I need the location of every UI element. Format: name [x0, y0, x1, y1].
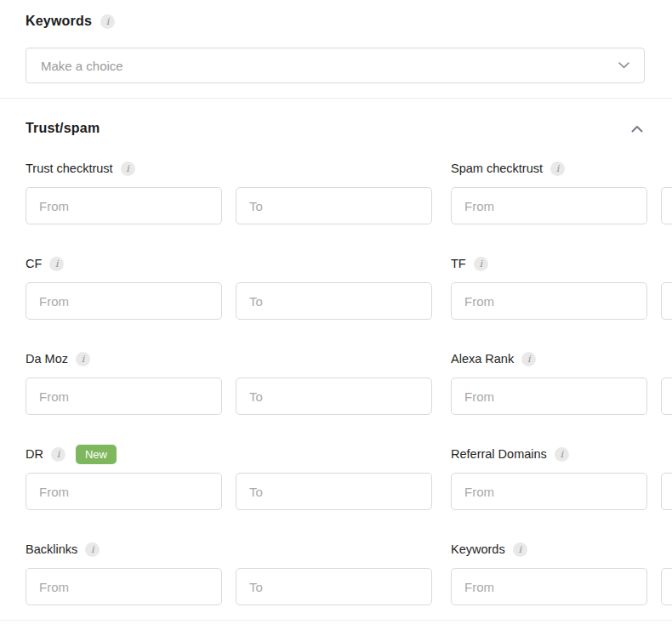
trust-spam-header: Trust/spam	[26, 121, 645, 136]
info-icon[interactable]: i	[85, 542, 100, 557]
info-icon[interactable]: i	[550, 162, 565, 176]
referral-domains-to-input[interactable]	[661, 473, 672, 510]
field-label: Trust checktrust	[26, 162, 113, 175]
keywords-title-row: Keywords i	[26, 0, 645, 29]
tf-from-input[interactable]	[451, 282, 647, 320]
info-icon[interactable]: i	[121, 162, 135, 176]
info-icon[interactable]: i	[49, 257, 64, 271]
field-label-row: Trust checktrust i	[26, 161, 432, 176]
chevron-up-icon	[631, 125, 643, 133]
filter-fields-grid: Trust checktrust i Spam checktrust i Uni…	[26, 161, 645, 605]
select-placeholder: Make a choice	[41, 59, 123, 73]
dr-to-input[interactable]	[236, 473, 432, 510]
field-label: Keywords	[451, 542, 505, 556]
info-icon[interactable]: i	[51, 447, 65, 462]
spam-checktrust-from-input[interactable]	[451, 187, 647, 224]
tf-to-input[interactable]	[661, 282, 672, 320]
range-inputs	[26, 377, 432, 415]
field-referral-domains: Referral Domains i	[451, 446, 672, 510]
field-alexa-rank: Alexa Rank i	[451, 351, 672, 415]
field-backlinks: Backlinks i	[26, 542, 432, 605]
field-keywords: Keywords i	[451, 542, 672, 605]
range-inputs	[451, 282, 672, 320]
dr-from-input[interactable]	[26, 473, 222, 510]
alexa-rank-from-input[interactable]	[451, 377, 647, 415]
info-icon[interactable]: i	[513, 542, 527, 557]
field-label-row: Da Moz i	[26, 351, 432, 366]
field-label-row: TF i	[451, 256, 672, 271]
field-tf: TF i	[451, 256, 672, 320]
range-inputs	[26, 187, 432, 224]
alexa-rank-to-input[interactable]	[661, 377, 672, 415]
field-label: Referral Domains	[451, 447, 547, 461]
section-divider	[0, 98, 672, 99]
trust-spam-title: Trust/spam	[26, 121, 100, 136]
keywords-from-input[interactable]	[451, 568, 647, 605]
field-da-moz: Da Moz i	[26, 351, 432, 415]
field-spam-checktrust: Spam checktrust i	[451, 161, 672, 224]
range-inputs	[26, 568, 432, 605]
backlinks-from-input[interactable]	[26, 568, 222, 605]
new-badge: New	[76, 445, 117, 464]
keywords-select[interactable]: Make a choice	[26, 48, 645, 83]
field-label: Da Moz	[26, 352, 68, 366]
info-icon[interactable]: i	[76, 352, 90, 366]
info-icon[interactable]: i	[521, 352, 536, 366]
trust-checktrust-to-input[interactable]	[236, 187, 432, 224]
cf-from-input[interactable]	[26, 282, 222, 320]
info-icon[interactable]: i	[100, 14, 115, 29]
keywords-section: Keywords i Make a choice	[0, 0, 672, 83]
field-label: Alexa Rank	[451, 352, 514, 366]
da-moz-to-input[interactable]	[236, 377, 432, 415]
field-dr: DR i New	[26, 446, 432, 510]
field-label-row: Backlinks i	[26, 542, 432, 557]
keywords-section-title: Keywords	[26, 14, 92, 29]
trust-checktrust-from-input[interactable]	[26, 187, 222, 224]
field-label: DR	[26, 447, 43, 461]
info-icon[interactable]: i	[555, 447, 569, 462]
field-label: Spam checktrust	[451, 162, 543, 175]
field-label-row: Keywords i	[451, 542, 672, 557]
range-inputs	[451, 187, 672, 224]
field-label-row: CF i	[26, 256, 432, 271]
keywords-to-input[interactable]	[661, 568, 672, 605]
field-trust-checktrust: Trust checktrust i	[26, 161, 432, 224]
backlinks-to-input[interactable]	[236, 568, 432, 605]
range-inputs	[26, 473, 432, 510]
info-icon[interactable]: i	[474, 257, 488, 271]
trust-spam-section: Trust/spam Trust checktrust i Spam check…	[0, 121, 672, 605]
field-label-row: Alexa Rank i	[451, 351, 672, 366]
field-label: Backlinks	[26, 542, 77, 556]
spam-checktrust-to-input[interactable]	[661, 187, 672, 224]
range-inputs	[451, 377, 672, 415]
trust-spam-collapse-button[interactable]	[629, 123, 645, 134]
section-divider	[0, 620, 672, 621]
field-label: TF	[451, 257, 466, 270]
field-cf: CF i	[26, 256, 432, 320]
referral-domains-from-input[interactable]	[451, 473, 647, 510]
range-inputs	[451, 473, 672, 510]
field-label-row: Spam checktrust i	[451, 161, 672, 176]
range-inputs	[451, 568, 672, 605]
cf-to-input[interactable]	[236, 282, 432, 320]
field-label-row: Referral Domains i	[451, 446, 672, 462]
field-label: CF	[26, 257, 42, 270]
range-inputs	[26, 282, 432, 320]
da-moz-from-input[interactable]	[26, 377, 222, 415]
chevron-down-icon	[618, 62, 629, 69]
field-label-row: DR i New	[26, 446, 432, 462]
